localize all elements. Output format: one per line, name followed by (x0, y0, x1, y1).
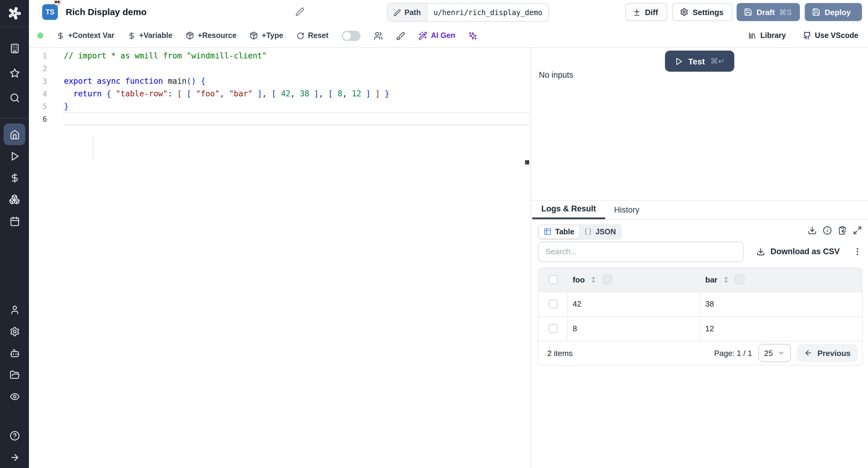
result-tabs: Logs & Result History (531, 200, 868, 220)
play-icon (674, 57, 683, 65)
table-icon (544, 228, 552, 235)
windmill-logo[interactable] (0, 0, 29, 27)
line-number: 6 (29, 113, 63, 125)
line-number: 2 (29, 62, 63, 75)
braces-icon (584, 228, 592, 235)
table-search-input[interactable] (538, 241, 744, 262)
code-text: } (63, 100, 530, 113)
view-json-chip[interactable]: JSON (579, 225, 621, 238)
multiplayer-button[interactable] (374, 31, 383, 40)
ai-gen-button[interactable]: AI Gen (418, 31, 456, 40)
sidebar-item-variables[interactable] (0, 167, 29, 189)
sidebar-item-schedules[interactable] (0, 210, 29, 232)
row-checkbox[interactable] (548, 299, 557, 308)
code-line[interactable]: 6 (29, 113, 530, 125)
items-count: 2 items (547, 348, 572, 358)
sort-bar-icon[interactable] (722, 275, 730, 283)
sidebar-item-workers[interactable] (0, 342, 29, 364)
deploy-button[interactable]: Deploy (805, 3, 862, 21)
sidebar-item-help[interactable] (0, 425, 29, 446)
table-row: 4238 (538, 291, 862, 316)
sidebar-item-home[interactable] (0, 124, 29, 145)
column-header-bar[interactable]: bar (705, 275, 717, 284)
line-number: 3 (29, 75, 63, 87)
favorites-star-icon[interactable] (0, 62, 29, 84)
indent-guide (93, 135, 93, 160)
code-line[interactable]: 2 (29, 62, 530, 75)
gear-icon (9, 326, 20, 336)
library-button[interactable]: Library (748, 31, 786, 40)
collab-toggle[interactable] (342, 30, 361, 41)
sidebar-item-resources[interactable] (0, 189, 29, 210)
search-icon[interactable] (0, 87, 29, 108)
code-line[interactable]: 4 return { "table-row": [ [ "foo", "bar"… (29, 87, 530, 100)
add-context-var-button[interactable]: +Context Var (57, 31, 115, 40)
result-section: Logs & Result History Table JSON (531, 200, 868, 468)
test-shortcut: ⌘↵ (710, 57, 725, 66)
path-edit-segment[interactable]: Path (388, 4, 427, 21)
arrow-left-icon (804, 349, 812, 357)
row-checkbox[interactable] (548, 324, 557, 333)
no-inputs-label: No inputs (539, 70, 573, 79)
status-dot (37, 33, 43, 38)
sort-foo-icon[interactable] (590, 275, 597, 283)
dollar-icon (9, 173, 20, 183)
result-table: foo bar 4238812 2 items Page: 1 / 1 (538, 267, 863, 365)
sidebar-item-folders[interactable] (0, 364, 29, 386)
code-line[interactable]: 5} (29, 100, 530, 113)
sidebar-item-audit[interactable] (0, 386, 29, 407)
column-foo-toggle[interactable] (602, 275, 612, 284)
rotate-icon (297, 32, 304, 39)
windmill-script-editor: TS Rich Display demo Path u/henri/rich_d… (0, 0, 868, 468)
sidebar-item-users[interactable] (0, 299, 29, 321)
test-button[interactable]: Test ⌘↵ (664, 51, 734, 72)
column-header-foo[interactable]: foo (572, 275, 585, 284)
select-all-checkbox[interactable] (549, 275, 558, 284)
draft-shortcut: ⌘S (779, 7, 792, 16)
workspace-building-icon[interactable] (0, 37, 29, 59)
diff-button[interactable]: Diff (625, 3, 667, 21)
previous-page-button[interactable]: Previous (797, 344, 858, 362)
dollar-icon (128, 32, 135, 39)
copy-result-icon[interactable] (838, 226, 847, 235)
add-variable-button[interactable]: +Variable (128, 31, 173, 40)
table-header-row: foo bar (538, 268, 862, 291)
column-bar-toggle[interactable] (735, 275, 744, 284)
sidebar-expand[interactable] (0, 446, 29, 468)
tab-logs-result[interactable]: Logs & Result (532, 200, 605, 219)
download-csv-button[interactable]: Download as CSV (756, 247, 840, 256)
page-size-select[interactable]: 25 (758, 344, 791, 362)
settings-button[interactable]: Settings (672, 3, 733, 21)
table-menu-kebab[interactable] (853, 247, 862, 256)
path-pill[interactable]: Path u/henri/rich_display_demo (387, 3, 549, 22)
view-table-chip[interactable]: Table (539, 225, 579, 238)
info-icon[interactable] (823, 226, 832, 235)
edit-title-pencil-icon[interactable] (296, 7, 304, 16)
code-editor[interactable]: 1// import * as wmill from "windmill-cli… (29, 47, 530, 468)
use-vscode-button[interactable]: Use VScode (803, 31, 858, 40)
code-line[interactable]: 1// import * as wmill from "windmill-cli… (29, 49, 530, 62)
code-line[interactable]: 3export async function main() { (29, 75, 530, 87)
baby-emoji-badge (53, 0, 61, 6)
format-button[interactable] (396, 31, 405, 40)
code-text: // import * as wmill from "windmill-clie… (63, 49, 530, 62)
add-type-button[interactable]: +Type (250, 31, 283, 40)
expand-result-icon[interactable] (853, 226, 862, 235)
download-result-icon[interactable] (808, 226, 817, 235)
add-resource-button[interactable]: +Resource (186, 31, 237, 40)
wand-sparkles-icon (418, 31, 427, 40)
gear-icon (680, 8, 688, 16)
package-icon (186, 31, 194, 40)
library-icon (748, 31, 757, 40)
draft-button[interactable]: Draft ⌘S (737, 3, 800, 21)
sidebar-item-runs[interactable] (0, 145, 29, 167)
run-result-panel: Test ⌘↵ No inputs Logs & Result History … (530, 47, 868, 468)
ai-sparkles-button[interactable] (468, 31, 477, 40)
calendar-icon (9, 216, 20, 226)
reset-button[interactable]: Reset (297, 31, 329, 40)
top-header: TS Rich Display demo Path u/henri/rich_d… (29, 0, 868, 25)
page-indicator: Page: 1 / 1 (714, 348, 752, 358)
pencil-icon (394, 9, 401, 16)
tab-history[interactable]: History (605, 200, 649, 219)
sidebar-item-settings[interactable] (0, 321, 29, 342)
